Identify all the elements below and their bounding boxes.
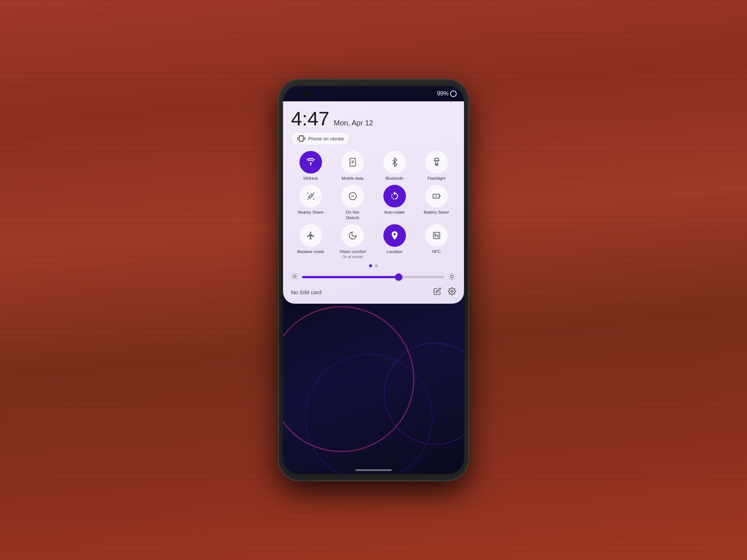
- tile-nfc-icon[interactable]: [425, 224, 448, 247]
- battery-indicator: 99%: [437, 90, 457, 97]
- battery-saver-icon: [432, 191, 441, 201]
- airplane-icon: [306, 231, 316, 240]
- svg-point-11: [309, 195, 312, 198]
- clock-time: 4:47: [291, 109, 329, 128]
- settings-icon[interactable]: [448, 287, 456, 297]
- tile-airplane-label: Airplane mode: [297, 249, 324, 254]
- flashlight-icon: [432, 158, 441, 167]
- svg-line-27: [297, 278, 297, 279]
- tile-do-not-disturb[interactable]: Do Not Disturb: [333, 185, 372, 221]
- tile-location-icon[interactable]: [383, 224, 406, 247]
- tile-auto-rotate-label: Auto-rotate: [384, 210, 405, 215]
- svg-point-10: [436, 164, 437, 164]
- phone-device: 99% 4:47 Mon, Apr 12 Phone on vibrate: [279, 79, 468, 481]
- tile-vision-comfort-label: Vision comfort: [339, 249, 366, 254]
- svg-line-35: [449, 274, 450, 274]
- svg-line-40: [454, 274, 454, 274]
- phone-screen: 99% 4:47 Mon, Apr 12 Phone on vibrate: [283, 86, 464, 474]
- svg-text:A: A: [451, 278, 453, 280]
- page-dot-2[interactable]: [375, 264, 378, 267]
- tile-mobile-data-label: Mobile data: [342, 176, 363, 181]
- svg-line-36: [454, 279, 454, 279]
- tile-vision-comfort[interactable]: Vision comfort On at sunset: [333, 224, 372, 259]
- sim-status-text: No SIM card: [291, 289, 321, 295]
- wifi-router-icon: [306, 157, 316, 167]
- tile-flashlight-icon[interactable]: [425, 151, 448, 174]
- edit-icon[interactable]: [433, 287, 441, 297]
- svg-point-32: [450, 275, 453, 277]
- tile-nearby-share-label: Nearby Share: [298, 210, 324, 215]
- nearby-share-icon: [306, 191, 316, 201]
- auto-rotate-icon: [390, 191, 400, 201]
- tile-auto-rotate-icon[interactable]: [383, 185, 406, 207]
- home-indicator[interactable]: [355, 469, 392, 471]
- tile-vision-comfort-sublabel: On at sunset: [339, 254, 366, 259]
- do-not-disturb-icon: [348, 191, 357, 201]
- tile-nearby-share[interactable]: Nearby Share: [291, 185, 330, 221]
- tile-560hub-label: 560Hub: [303, 176, 318, 181]
- tile-bluetooth-icon[interactable]: [383, 151, 406, 174]
- moon-icon: [348, 231, 357, 240]
- tile-vision-comfort-icon[interactable]: [341, 224, 364, 247]
- status-bar: 99%: [283, 86, 464, 101]
- quick-tiles-grid: 560Hub Mobile data: [291, 151, 456, 259]
- svg-point-23: [294, 275, 296, 277]
- brightness-slider-fill: [302, 276, 399, 278]
- page-dots: [291, 264, 456, 267]
- brightness-row: A: [291, 272, 456, 282]
- quick-settings-panel: 4:47 Mon, Apr 12 Phone on vibrate: [283, 101, 464, 304]
- qs-action-icons: [433, 287, 456, 297]
- tile-auto-rotate[interactable]: Auto-rotate: [375, 185, 414, 221]
- vibrate-label: Phone on vibrate: [308, 136, 344, 141]
- brightness-slider-thumb[interactable]: [395, 273, 402, 281]
- tile-battery-saver-icon[interactable]: [425, 185, 448, 207]
- svg-line-14: [313, 198, 314, 199]
- tile-nfc[interactable]: NFC: [417, 224, 456, 259]
- page-dot-1[interactable]: [369, 264, 372, 267]
- svg-line-13: [313, 192, 314, 194]
- svg-line-26: [293, 274, 293, 274]
- tile-dnd-icon[interactable]: [341, 185, 364, 207]
- qs-bottom-bar: No SIM card: [291, 287, 456, 297]
- tile-flashlight-label: Flashlight: [427, 176, 445, 181]
- tile-nfc-label: NFC: [432, 249, 441, 254]
- mobile-data-icon: [348, 158, 357, 167]
- time-date-row: 4:47 Mon, Apr 12: [291, 109, 456, 128]
- vibrate-icon: [297, 134, 306, 143]
- brightness-auto-icon[interactable]: A: [448, 272, 456, 282]
- svg-line-30: [293, 278, 293, 279]
- brightness-slider-track[interactable]: [302, 276, 444, 278]
- tile-560hub-icon[interactable]: [299, 151, 322, 174]
- tile-mobile-data-icon[interactable]: [341, 151, 364, 174]
- vibrate-status-pill[interactable]: Phone on vibrate: [291, 132, 349, 145]
- battery-icon: [450, 90, 457, 97]
- brightness-min-icon: [291, 273, 298, 282]
- svg-rect-0: [299, 136, 303, 141]
- battery-percent: 99%: [437, 90, 449, 97]
- location-icon: [390, 230, 400, 241]
- tile-nearby-share-icon[interactable]: [299, 185, 322, 207]
- tile-mobile-data[interactable]: Mobile data: [333, 151, 372, 181]
- clock-date: Mon, Apr 12: [334, 119, 373, 127]
- bluetooth-icon: [390, 158, 399, 167]
- svg-line-12: [307, 192, 308, 194]
- tile-battery-saver[interactable]: Battery Saver: [417, 185, 456, 221]
- tile-dnd-label: Do Not Disturb: [339, 210, 366, 221]
- svg-line-31: [297, 274, 297, 274]
- tile-battery-saver-label: Battery Saver: [424, 210, 449, 215]
- tile-flashlight[interactable]: Flashlight: [417, 151, 456, 181]
- svg-line-15: [307, 198, 308, 199]
- tile-airplane-mode[interactable]: Airplane mode: [291, 224, 330, 259]
- svg-line-39: [449, 279, 450, 279]
- tile-location-label: Location: [387, 249, 402, 254]
- tile-airplane-icon[interactable]: [299, 224, 322, 247]
- tile-bluetooth[interactable]: Bluetooth: [375, 151, 414, 181]
- svg-point-3: [310, 162, 311, 164]
- tile-location[interactable]: Location: [375, 224, 414, 259]
- tile-560hub[interactable]: 560Hub: [291, 151, 330, 181]
- tile-bluetooth-label: Bluetooth: [386, 176, 403, 181]
- svg-point-42: [451, 290, 453, 292]
- nfc-icon: [432, 231, 441, 240]
